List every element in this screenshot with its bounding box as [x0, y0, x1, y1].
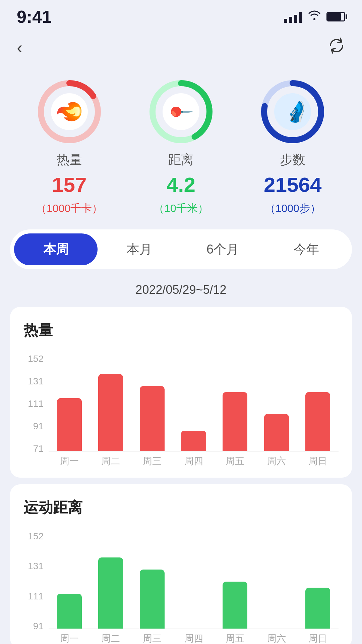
- bar: [98, 374, 123, 451]
- bar: [181, 431, 206, 451]
- tab-0[interactable]: 本周: [14, 233, 98, 265]
- bar: [305, 392, 330, 451]
- ring-icon-distance: 📍: [163, 93, 199, 130]
- refresh-button[interactable]: [328, 37, 345, 58]
- tab-bar: 本周本月6个月今年: [10, 229, 352, 269]
- x-label: 周日: [297, 455, 339, 468]
- y-label: 152: [28, 531, 44, 542]
- stat-item-distance: 📍 距离 4.2 （10千米）: [147, 78, 215, 216]
- tab-3[interactable]: 今年: [264, 233, 348, 265]
- bar-group: [49, 531, 90, 629]
- bar: [98, 557, 123, 629]
- bar-group: [297, 531, 339, 629]
- bar: [140, 386, 165, 451]
- y-label: 71: [33, 443, 44, 454]
- distance-chart-title: 运动距离: [23, 498, 339, 518]
- tab-1[interactable]: 本月: [98, 233, 181, 265]
- bar: [140, 570, 165, 629]
- stat-label-calories: 热量: [57, 151, 82, 168]
- x-label: 周一: [49, 632, 90, 644]
- bar-group: [173, 354, 215, 451]
- y-label: 131: [28, 376, 44, 387]
- x-label: 周六: [256, 632, 297, 644]
- y-label: 111: [28, 398, 44, 409]
- bar-group: [297, 354, 339, 451]
- signal-icon: [284, 11, 302, 23]
- y-label: 91: [33, 421, 44, 432]
- stats-row: 🔥 热量 157 （1000千卡） 📍 距离 4.2 （10千米） 👟: [0, 68, 362, 223]
- bar: [264, 414, 289, 451]
- distance-chart-x-labels: 周一周二周三周四周五周六周日: [49, 632, 339, 644]
- bar-group: [256, 531, 297, 629]
- bar-group: [90, 531, 132, 629]
- stat-item-steps: 👟 步数 21564 （1000步）: [259, 78, 326, 216]
- x-label: 周三: [131, 455, 173, 468]
- stat-value-steps: 21564: [264, 174, 321, 195]
- x-label: 周四: [173, 455, 215, 468]
- calories-chart-bars-wrapper: 周一周二周三周四周五周六周日: [49, 354, 339, 468]
- x-label: 周一: [49, 455, 90, 468]
- bar-group: [131, 531, 173, 629]
- ring-steps: 👟: [259, 78, 326, 145]
- stat-goal-distance: （10千米）: [154, 201, 208, 216]
- stat-item-calories: 🔥 热量 157 （1000千卡）: [36, 78, 103, 216]
- stat-value-calories: 157: [52, 174, 86, 195]
- x-label: 周二: [90, 455, 132, 468]
- ring-calories: 🔥: [36, 78, 103, 145]
- svg-text:📍: 📍: [170, 99, 193, 124]
- battery-icon: [326, 12, 345, 21]
- x-label: 周日: [297, 632, 339, 644]
- bar-group: [49, 354, 90, 451]
- x-label: 周五: [214, 455, 256, 468]
- stat-value-distance: 4.2: [167, 174, 195, 195]
- y-label: 91: [33, 621, 44, 632]
- top-nav: ‹: [0, 30, 362, 68]
- tab-2[interactable]: 6个月: [181, 233, 264, 265]
- calories-chart-y-labels: 1521311119171: [23, 354, 47, 454]
- bar: [57, 594, 82, 629]
- distance-chart-bars: [49, 531, 339, 629]
- calories-chart-area: 1521311119171周一周二周三周四周五周六周日: [23, 354, 339, 468]
- bar: [223, 582, 247, 629]
- x-label: 周三: [131, 632, 173, 644]
- bar-group: [90, 354, 132, 451]
- bar-group: [131, 354, 173, 451]
- stat-goal-calories: （1000千卡）: [36, 201, 103, 216]
- status-bar: 9:41: [0, 0, 362, 30]
- x-label: 周五: [214, 632, 256, 644]
- ring-icon-calories: 🔥: [51, 93, 88, 130]
- status-icons: [284, 10, 345, 24]
- bar: [57, 398, 82, 451]
- bar: [305, 588, 330, 629]
- bar-group: [256, 354, 297, 451]
- stat-goal-steps: （1000步）: [265, 201, 321, 216]
- back-button[interactable]: ‹: [17, 38, 22, 58]
- calories-chart-title: 热量: [23, 320, 339, 340]
- wifi-icon: [308, 10, 321, 24]
- bar: [223, 392, 247, 451]
- distance-chart-y-labels: 15213111191: [23, 531, 47, 632]
- stat-label-distance: 距离: [168, 151, 194, 168]
- calories-chart-bars: [49, 354, 339, 451]
- status-time: 9:41: [17, 7, 52, 27]
- ring-distance: 📍: [147, 78, 215, 145]
- svg-text:👟: 👟: [282, 99, 305, 124]
- y-label: 111: [28, 591, 44, 602]
- bar-group: [214, 354, 256, 451]
- x-label: 周二: [90, 632, 132, 644]
- calories-chart-card: 热量 1521311119171周一周二周三周四周五周六周日: [10, 307, 352, 478]
- distance-chart-card: 运动距离 15213111191周一周二周三周四周五周六周日: [10, 484, 352, 644]
- y-label: 152: [28, 354, 44, 364]
- distance-chart-bars-wrapper: 周一周二周三周四周五周六周日: [49, 531, 339, 644]
- calories-chart-x-labels: 周一周二周三周四周五周六周日: [49, 455, 339, 468]
- date-range: 2022/05/29~5/12: [0, 276, 362, 300]
- stat-label-steps: 步数: [280, 151, 305, 168]
- x-label: 周六: [256, 455, 297, 468]
- bar-group: [173, 531, 215, 629]
- svg-text:🔥: 🔥: [56, 98, 82, 125]
- ring-icon-steps: 👟: [274, 93, 311, 130]
- x-label: 周四: [173, 632, 215, 644]
- bar-group: [214, 531, 256, 629]
- y-label: 131: [28, 561, 44, 572]
- distance-chart-area: 15213111191周一周二周三周四周五周六周日: [23, 531, 339, 644]
